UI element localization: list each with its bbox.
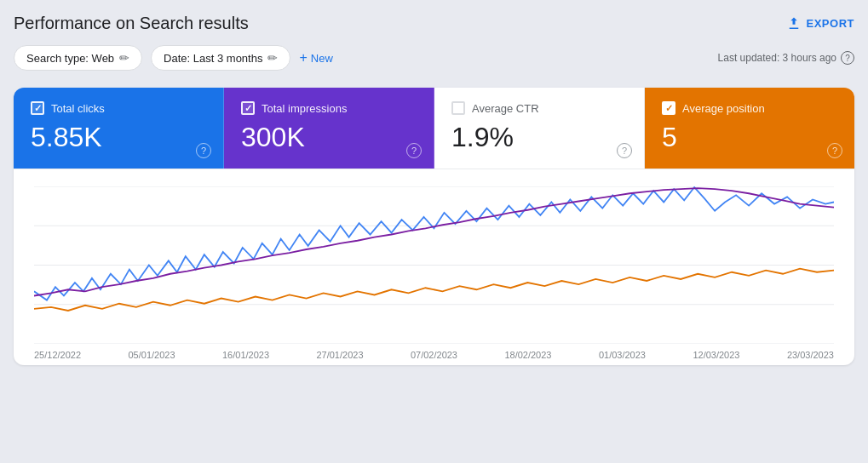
- last-updated-info-icon[interactable]: ?: [841, 51, 854, 65]
- last-updated: Last updated: 3 hours ago ?: [718, 51, 854, 65]
- position-checkbox[interactable]: [662, 101, 675, 115]
- edit-icon: ✏: [119, 51, 129, 65]
- x-label-3: 27/01/2023: [316, 350, 363, 360]
- ctr-value: 1.9%: [451, 122, 627, 153]
- impressions-checkbox[interactable]: [241, 101, 255, 115]
- x-label-6: 01/03/2023: [599, 350, 646, 360]
- search-type-filter[interactable]: Search type: Web ✏: [14, 45, 142, 71]
- date-label: Date: Last 3 months: [164, 52, 262, 65]
- metric-average-position[interactable]: Average position 5 ?: [645, 88, 854, 169]
- clicks-help-icon[interactable]: ?: [196, 143, 211, 158]
- metric-average-ctr[interactable]: Average CTR 1.9% ?: [434, 88, 645, 169]
- impressions-line: [34, 188, 834, 295]
- ctr-checkbox[interactable]: [451, 101, 465, 115]
- chart-svg: [34, 186, 834, 344]
- page-title: Performance on Search results: [14, 14, 249, 33]
- x-label-4: 07/02/2023: [411, 350, 457, 360]
- clicks-label: Total clicks: [51, 102, 105, 115]
- x-label-7: 12/03/2023: [693, 350, 739, 360]
- export-label: EXPORT: [807, 17, 854, 30]
- chart-area: 25/12/2022 05/01/2023 16/01/2023 27/01/2…: [14, 169, 854, 365]
- clicks-line: [34, 187, 834, 300]
- x-label-0: 25/12/2022: [34, 350, 81, 360]
- ctr-help-icon[interactable]: ?: [617, 143, 632, 158]
- new-filter-button[interactable]: + New: [299, 50, 332, 66]
- x-axis-labels: 25/12/2022 05/01/2023 16/01/2023 27/01/2…: [34, 346, 834, 360]
- export-button[interactable]: EXPORT: [786, 16, 854, 31]
- metric-total-impressions[interactable]: Total impressions 300K ?: [224, 88, 434, 169]
- search-type-label: Search type: Web: [26, 52, 114, 65]
- impressions-help-icon[interactable]: ?: [406, 143, 422, 158]
- metric-total-clicks[interactable]: Total clicks 5.85K ?: [14, 88, 224, 169]
- ctr-label: Average CTR: [472, 102, 539, 115]
- main-card: Total clicks 5.85K ? Total impressions 3…: [14, 88, 854, 365]
- x-label-8: 23/03/2023: [787, 350, 834, 360]
- export-icon: [786, 16, 802, 31]
- clicks-value: 5.85K: [31, 122, 206, 153]
- x-label-2: 16/01/2023: [222, 350, 269, 360]
- metrics-row: Total clicks 5.85K ? Total impressions 3…: [14, 88, 854, 169]
- position-help-icon[interactable]: ?: [827, 143, 842, 158]
- position-label: Average position: [682, 102, 765, 115]
- x-label-5: 18/02/2023: [504, 350, 551, 360]
- edit-icon-date: ✏: [267, 51, 278, 65]
- x-label-1: 05/01/2023: [128, 350, 175, 360]
- plus-icon: +: [299, 50, 307, 66]
- impressions-label: Total impressions: [262, 102, 347, 115]
- impressions-value: 300K: [241, 122, 417, 153]
- clicks-checkbox[interactable]: [31, 101, 44, 115]
- last-updated-text: Last updated: 3 hours ago: [718, 52, 836, 64]
- date-filter[interactable]: Date: Last 3 months ✏: [151, 45, 290, 71]
- filter-bar: Search type: Web ✏ Date: Last 3 months ✏…: [14, 45, 854, 71]
- position-value: 5: [662, 122, 837, 153]
- new-label: New: [311, 52, 333, 65]
